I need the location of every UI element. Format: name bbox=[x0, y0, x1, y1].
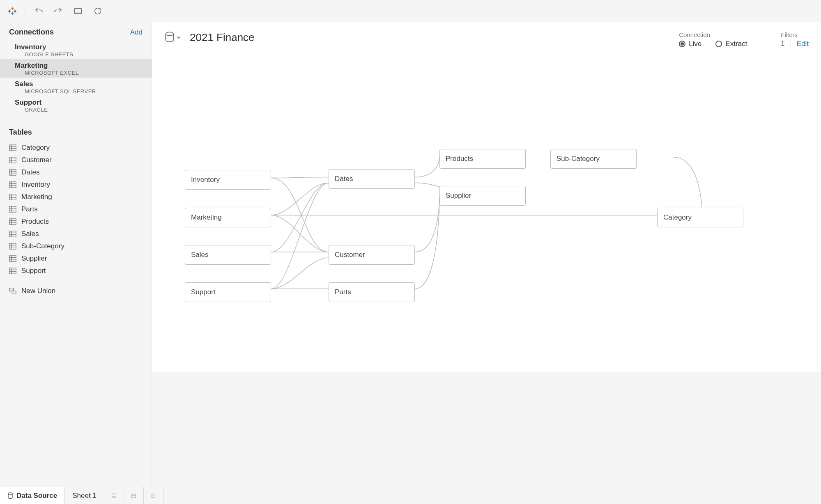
canvas-node-parts[interactable]: Parts bbox=[329, 282, 415, 302]
table-icon bbox=[9, 243, 16, 250]
connection-item-inventory[interactable]: Inventory GOOGLE SHEETS bbox=[0, 41, 152, 59]
svg-rect-60 bbox=[134, 494, 136, 495]
svg-rect-9 bbox=[9, 145, 16, 151]
svg-point-55 bbox=[166, 32, 173, 36]
tab-sheet-1[interactable]: Sheet 1 bbox=[65, 487, 104, 504]
table-name: Products bbox=[21, 218, 49, 226]
canvas-node-inventory[interactable]: Inventory bbox=[185, 170, 271, 190]
new-story-icon bbox=[151, 493, 156, 499]
table-icon bbox=[9, 169, 16, 176]
table-item[interactable]: Sub-Category bbox=[0, 240, 152, 252]
table-item[interactable]: Products bbox=[0, 215, 152, 228]
node-label: Sub-Category bbox=[557, 155, 600, 163]
svg-rect-25 bbox=[9, 194, 16, 200]
svg-rect-45 bbox=[9, 256, 16, 261]
canvas-node-category[interactable]: Category bbox=[657, 208, 743, 227]
canvas-node-customer[interactable]: Customer bbox=[329, 245, 415, 265]
node-label: Parts bbox=[335, 288, 351, 296]
save-icon bbox=[74, 7, 83, 16]
connection-name: Marketing bbox=[15, 62, 143, 70]
datasource-icon bbox=[164, 31, 175, 44]
new-dashboard-icon bbox=[131, 493, 136, 499]
canvas-node-support[interactable]: Support bbox=[185, 282, 271, 302]
connection-item-marketing[interactable]: Marketing MICROSOFT EXCEL bbox=[0, 59, 152, 78]
table-item[interactable]: Sales bbox=[0, 228, 152, 240]
sheet-tabs: Data Source Sheet 1 bbox=[0, 487, 821, 504]
tables-list: CategoryCustomerDatesInventoryMarketingP… bbox=[0, 142, 152, 282]
canvas-node-subcategory[interactable]: Sub-Category bbox=[550, 149, 637, 169]
datasource-tab-icon bbox=[7, 492, 13, 499]
canvas-node-marketing[interactable]: Marketing bbox=[185, 208, 271, 227]
new-dashboard-button[interactable] bbox=[124, 487, 144, 504]
tab-data-source[interactable]: Data Source bbox=[0, 487, 65, 504]
tab-label: Sheet 1 bbox=[72, 492, 97, 500]
tableau-logo-icon bbox=[7, 6, 17, 16]
connection-mode-panel: Connection Live Extract bbox=[679, 31, 747, 48]
table-icon bbox=[9, 231, 16, 237]
table-item[interactable]: Inventory bbox=[0, 179, 152, 191]
connections-list: Inventory GOOGLE SHEETS Marketing MICROS… bbox=[0, 41, 152, 119]
table-item[interactable]: Dates bbox=[0, 166, 152, 179]
svg-rect-17 bbox=[9, 170, 16, 175]
node-label: Products bbox=[446, 155, 473, 163]
canvas-node-sales[interactable]: Sales bbox=[185, 245, 271, 265]
connection-type: MICROSOFT EXCEL bbox=[15, 70, 143, 76]
datasource-title[interactable]: 2021 Finance bbox=[190, 31, 255, 44]
refresh-button[interactable] bbox=[92, 5, 104, 17]
canvas-node-supplier[interactable]: Supplier bbox=[439, 186, 526, 206]
svg-rect-41 bbox=[9, 243, 16, 249]
table-icon bbox=[9, 206, 16, 213]
connection-mode-live[interactable]: Live bbox=[679, 40, 701, 48]
svg-rect-21 bbox=[9, 182, 16, 188]
connection-type: MICROSOFT SQL SERVER bbox=[15, 88, 143, 94]
table-item[interactable]: Marketing bbox=[0, 191, 152, 203]
table-icon bbox=[9, 194, 16, 200]
connection-item-sales[interactable]: Sales MICROSOFT SQL SERVER bbox=[0, 78, 152, 96]
radio-selected-icon bbox=[679, 41, 685, 47]
connection-mode-extract[interactable]: Extract bbox=[715, 40, 747, 48]
connections-heading: Connections bbox=[9, 28, 54, 37]
filters-count: 1 bbox=[781, 40, 784, 48]
table-item[interactable]: Customer bbox=[0, 154, 152, 166]
table-item[interactable]: Support bbox=[0, 265, 152, 277]
table-item[interactable]: Supplier bbox=[0, 252, 152, 265]
svg-rect-49 bbox=[9, 268, 16, 274]
connection-name: Sales bbox=[15, 80, 143, 88]
table-item[interactable]: Parts bbox=[0, 203, 152, 215]
filters-edit-link[interactable]: Edit bbox=[797, 40, 809, 48]
canvas-node-products[interactable]: Products bbox=[439, 149, 526, 169]
table-name: Customer bbox=[21, 156, 52, 164]
relationship-canvas[interactable]: Inventory Marketing Sales Support Dates … bbox=[152, 48, 821, 372]
save-button[interactable] bbox=[72, 5, 84, 17]
connection-item-support[interactable]: Support ORACLE bbox=[0, 96, 152, 115]
add-connection-link[interactable]: Add bbox=[130, 28, 143, 37]
table-item[interactable]: Category bbox=[0, 142, 152, 154]
datasource-menu-button[interactable] bbox=[164, 31, 181, 44]
canvas-node-dates[interactable]: Dates bbox=[329, 169, 415, 189]
table-icon bbox=[9, 255, 16, 262]
undo-button[interactable] bbox=[32, 5, 45, 17]
new-worksheet-icon bbox=[112, 493, 116, 499]
canvas-area: 2021 Finance Connection Live Extract bbox=[152, 22, 821, 487]
redo-button[interactable] bbox=[52, 5, 64, 17]
svg-rect-33 bbox=[9, 219, 16, 225]
new-story-button[interactable] bbox=[144, 487, 163, 504]
node-label: Category bbox=[663, 213, 692, 222]
table-name: Inventory bbox=[21, 181, 50, 189]
svg-rect-58 bbox=[112, 494, 116, 497]
left-sidebar: Connections Add Inventory GOOGLE SHEETS … bbox=[0, 22, 152, 487]
connection-label: Connection bbox=[679, 31, 747, 38]
svg-rect-59 bbox=[132, 494, 133, 495]
node-label: Inventory bbox=[191, 176, 220, 184]
new-union-item[interactable]: New Union bbox=[0, 282, 152, 297]
node-label: Sales bbox=[191, 251, 209, 259]
data-grid-placeholder bbox=[152, 372, 821, 487]
tab-label: Data Source bbox=[16, 492, 57, 500]
table-name: Sales bbox=[21, 230, 39, 238]
new-worksheet-button[interactable] bbox=[104, 487, 124, 504]
filters-panel: Filters 1 Edit bbox=[781, 31, 809, 48]
redo-icon bbox=[54, 7, 63, 16]
svg-rect-54 bbox=[12, 291, 16, 294]
node-label: Support bbox=[191, 288, 216, 296]
table-icon bbox=[9, 181, 16, 188]
